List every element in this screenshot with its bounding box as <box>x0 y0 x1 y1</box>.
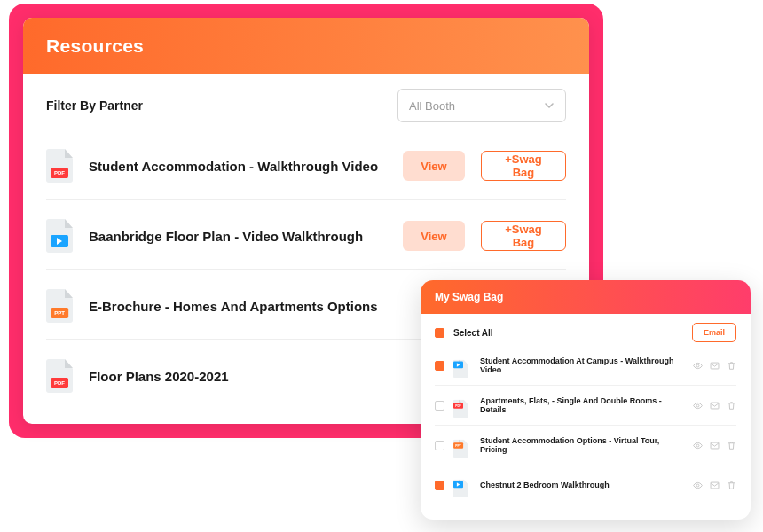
filter-label: Filter By Partner <box>46 98 143 113</box>
video-file-icon <box>46 219 73 253</box>
svg-rect-5 <box>711 442 719 449</box>
select-all-checkbox[interactable] <box>435 328 444 338</box>
ppt-file-icon: PPT <box>46 289 73 323</box>
partner-select[interactable]: All Booth <box>397 89 566 122</box>
trash-icon[interactable] <box>727 481 736 490</box>
swag-row: Chestnut 2 Bedroom Walkthrough <box>435 466 736 505</box>
swag-bag-card: My Swag Bag Select All Email Student Acc… <box>421 280 751 520</box>
view-button[interactable]: View <box>403 151 465 181</box>
svg-point-2 <box>696 404 699 407</box>
chevron-down-icon <box>544 100 555 111</box>
swag-row-title: Student Accommodation Options - Virtual … <box>480 436 684 454</box>
swag-bag-header: My Swag Bag <box>421 280 751 314</box>
select-all-row[interactable]: Select All <box>435 328 493 338</box>
swag-row-title: Chestnut 2 Bedroom Walkthrough <box>480 481 684 489</box>
svg-rect-7 <box>711 482 719 489</box>
swag-bag-button[interactable]: +Swag Bag <box>481 151 566 181</box>
swag-row-checkbox[interactable] <box>435 481 444 490</box>
pdf-file-icon: PDF <box>453 399 463 411</box>
svg-rect-1 <box>711 363 719 369</box>
email-button[interactable]: Email <box>692 323 736 342</box>
swag-row-title: Student Accommodation At Campus - Walkth… <box>480 356 684 374</box>
pdf-file-icon: PDF <box>46 359 73 393</box>
swag-bag-toolbar: Select All Email <box>421 314 751 346</box>
select-all-label: Select All <box>453 328 493 338</box>
pdf-file-icon: PDF <box>46 149 73 183</box>
video-file-icon <box>453 479 463 490</box>
view-icon[interactable] <box>693 401 703 411</box>
swag-row-checkbox[interactable] <box>435 401 444 411</box>
view-button[interactable]: View <box>403 221 465 251</box>
mail-icon[interactable] <box>710 441 720 450</box>
mail-icon[interactable] <box>710 481 720 490</box>
swag-row-actions <box>693 401 736 411</box>
swag-row-actions <box>693 481 736 490</box>
swag-row-title: Apartments, Flats, - Single And Double R… <box>480 396 684 414</box>
swag-row: PDFApartments, Flats, - Single And Doubl… <box>435 386 736 426</box>
swag-row: PPTStudent Accommodation Options - Virtu… <box>435 426 736 466</box>
trash-icon[interactable] <box>727 401 736 411</box>
view-icon[interactable] <box>693 481 703 490</box>
mail-icon[interactable] <box>710 361 720 371</box>
resources-header: Resources <box>23 18 589 74</box>
partner-select-value: All Booth <box>409 99 455 113</box>
resource-title: Student Accommodation - Walkthrough Vide… <box>89 159 387 174</box>
swag-row-actions <box>693 361 736 371</box>
resource-title: Baanbridge Floor Plan - Video Walkthroug… <box>89 229 387 244</box>
view-icon[interactable] <box>693 361 703 371</box>
svg-point-4 <box>696 444 699 447</box>
svg-point-6 <box>696 484 699 487</box>
svg-point-0 <box>696 364 699 367</box>
resource-row: Baanbridge Floor Plan - Video Walkthroug… <box>46 200 566 270</box>
trash-icon[interactable] <box>727 441 736 450</box>
trash-icon[interactable] <box>727 361 736 371</box>
swag-row-checkbox[interactable] <box>435 361 444 371</box>
swag-row-checkbox[interactable] <box>435 441 444 450</box>
swag-row: Student Accommodation At Campus - Walkth… <box>435 346 736 386</box>
view-icon[interactable] <box>693 441 703 450</box>
mail-icon[interactable] <box>710 401 720 411</box>
filter-row: Filter By Partner All Booth <box>23 74 589 129</box>
video-file-icon <box>453 359 463 371</box>
resource-row: PDFStudent Accommodation - Walkthrough V… <box>46 129 566 200</box>
svg-rect-3 <box>711 403 719 409</box>
swag-row-actions <box>693 441 736 450</box>
swag-bag-list: Student Accommodation At Campus - Walkth… <box>421 346 751 505</box>
swag-bag-button[interactable]: +Swag Bag <box>481 221 566 251</box>
ppt-file-icon: PPT <box>453 439 463 450</box>
